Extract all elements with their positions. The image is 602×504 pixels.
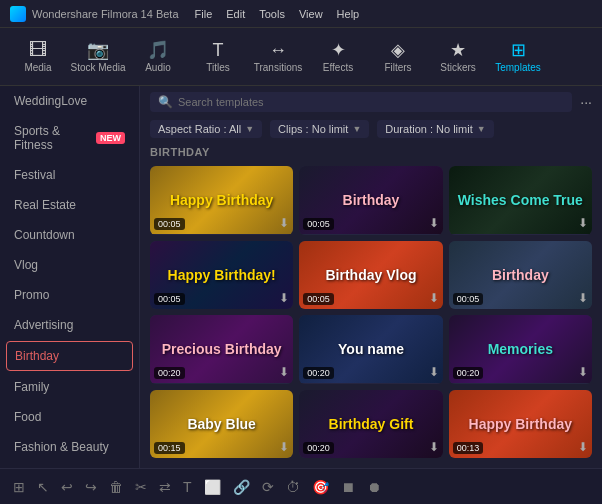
transitions-icon: ↔ (269, 41, 287, 59)
template-card-t12[interactable]: Happy Birthday 00:13 ⬇ Happy Birthday 02 (449, 390, 592, 459)
menu-tools[interactable]: Tools (259, 8, 285, 20)
download-icon-t3[interactable]: ⬇ (578, 216, 588, 230)
sidebar-item-wedding-love[interactable]: WeddingLove (0, 86, 139, 116)
toolbar-item-audio[interactable]: 🎵 Audio (130, 32, 186, 82)
menu-edit[interactable]: Edit (226, 8, 245, 20)
sidebar-label-promo: Promo (14, 288, 49, 302)
menu-file[interactable]: File (195, 8, 213, 20)
toolbar-item-stickers[interactable]: ★ Stickers (430, 32, 486, 82)
sidebar-item-sports-fitness[interactable]: Sports & FitnessNEW (0, 116, 139, 160)
redo-icon[interactable]: ↪ (82, 477, 100, 497)
timer-icon[interactable]: ⏱ (283, 477, 303, 497)
download-icon-t7[interactable]: ⬇ (279, 365, 289, 379)
template-card-t6[interactable]: Birthday 00:05 ⬇ Colorful Happy Birthd..… (449, 241, 592, 310)
record-icon[interactable]: ⏺ (364, 477, 384, 497)
undo-icon[interactable]: ↩ (58, 477, 76, 497)
sidebar-item-birthday[interactable]: Birthday (6, 341, 133, 371)
thumb-text-t11: Birthday Gift (325, 412, 418, 436)
card-thumb-t12: Happy Birthday 00:13 ⬇ (449, 390, 592, 458)
media-icon: 🎞 (29, 41, 47, 59)
section-label: BIRTHDAY (140, 142, 602, 162)
toolbar-item-stock-media[interactable]: 📷 Stock Media (70, 32, 126, 82)
stop-icon[interactable]: ⏹ (338, 477, 358, 497)
menu-view[interactable]: View (299, 8, 323, 20)
sidebar-label-wedding-love: WeddingLove (14, 94, 87, 108)
template-card-t11[interactable]: Birthday Gift 00:20 ⬇ Birthday Gift Ad 0… (299, 390, 442, 459)
sidebar-item-fashion-beauty[interactable]: Fashion & Beauty (0, 432, 139, 462)
cursor-icon[interactable]: ↖ (34, 477, 52, 497)
template-card-t2[interactable]: Birthday 00:05 ⬇ Birthday Message 01 (299, 166, 442, 235)
download-icon-t1[interactable]: ⬇ (279, 216, 289, 230)
sidebar-item-real-estate[interactable]: Real Estate (0, 190, 139, 220)
toolbar-item-effects[interactable]: ✦ Effects (310, 32, 366, 82)
template-card-t4[interactable]: Happy Birthday! 00:05 ⬇ Birthday Message… (150, 241, 293, 310)
card-duration-t9: 00:20 (453, 367, 484, 379)
sidebar-item-food[interactable]: Food (0, 402, 139, 432)
text-icon[interactable]: T (180, 477, 195, 497)
card-thumb-t6: Birthday 00:05 ⬇ (449, 241, 592, 309)
menu-help[interactable]: Help (337, 8, 360, 20)
sidebar-item-advertising[interactable]: Advertising (0, 310, 139, 340)
download-icon-t6[interactable]: ⬇ (578, 291, 588, 305)
template-card-t9[interactable]: Memories 00:20 ⬇ Birthday Memories (449, 315, 592, 384)
toolbar-item-templates[interactable]: ⊞ Templates (490, 32, 546, 82)
download-icon-t12[interactable]: ⬇ (578, 440, 588, 454)
clips-filter[interactable]: Clips : No limit ▼ (270, 120, 369, 138)
aspect-ratio-filter[interactable]: Aspect Ratio : All ▼ (150, 120, 262, 138)
menu-bar: FileEditToolsViewHelp (195, 8, 360, 20)
template-card-t7[interactable]: Precious Birthday 00:20 ⬇ Precious Birth… (150, 315, 293, 384)
sidebar-label-fashion-beauty: Fashion & Beauty (14, 440, 109, 454)
sidebar-label-family: Family (14, 380, 49, 394)
duration-filter[interactable]: Duration : No limit ▼ (377, 120, 493, 138)
download-icon-t4[interactable]: ⬇ (279, 291, 289, 305)
template-card-t3[interactable]: Wishes Come True ⬇ My Birthday Wishes (449, 166, 592, 235)
sidebar-item-vlog[interactable]: Vlog (0, 250, 139, 280)
toolbar-item-titles[interactable]: T Titles (190, 32, 246, 82)
thumb-text-t12: Happy Birthday (465, 412, 576, 436)
crop-icon[interactable]: ⬜ (201, 477, 224, 497)
download-icon-t11[interactable]: ⬇ (429, 440, 439, 454)
download-icon-t2[interactable]: ⬇ (429, 216, 439, 230)
toolbar-item-filters[interactable]: ◈ Filters (370, 32, 426, 82)
more-icon[interactable]: ··· (580, 94, 592, 110)
sidebar-item-family[interactable]: Family (0, 372, 139, 402)
cut-icon[interactable]: ✂ (132, 477, 150, 497)
download-icon-t10[interactable]: ⬇ (279, 440, 289, 454)
template-card-t1[interactable]: Happy Birthday 00:05 ⬇ Golden Birthday W… (150, 166, 293, 235)
aspect-ratio-label: Aspect Ratio : All (158, 123, 241, 135)
toolbar-item-media[interactable]: 🎞 Media (10, 32, 66, 82)
grid-icon[interactable]: ⊞ (10, 477, 28, 497)
download-icon-t8[interactable]: ⬇ (429, 365, 439, 379)
template-card-t5[interactable]: Birthday Vlog 00:05 ⬇ Children Birthday … (299, 241, 442, 310)
filters-icon: ◈ (391, 41, 405, 59)
thumb-text-t7: Precious Birthday (158, 337, 286, 361)
card-thumb-t8: You name 00:20 ⬇ (299, 315, 442, 383)
stock-media-label: Stock Media (70, 62, 125, 73)
link-icon[interactable]: 🔗 (230, 477, 253, 497)
thumb-text-t5: Birthday Vlog (321, 263, 420, 287)
toolbar-item-transitions[interactable]: ↔ Transitions (250, 32, 306, 82)
sidebar-label-countdown: Countdown (14, 228, 75, 242)
sidebar-label-real-estate: Real Estate (14, 198, 76, 212)
search-input-wrap[interactable]: 🔍 (150, 92, 572, 112)
card-title-t7: Precious Birthday (150, 383, 293, 384)
thumb-text-t2: Birthday (339, 188, 404, 212)
delete-icon[interactable]: 🗑 (106, 477, 126, 497)
template-card-t8[interactable]: You name 00:20 ⬇ Birthday Invitation Te.… (299, 315, 442, 384)
chevron-down-icon: ▼ (352, 124, 361, 134)
sidebar-item-festival[interactable]: Festival (0, 160, 139, 190)
target-icon[interactable]: 🎯 (309, 477, 332, 497)
sidebar-item-countdown[interactable]: Countdown (0, 220, 139, 250)
swap-icon[interactable]: ⇄ (156, 477, 174, 497)
sidebar-item-promo[interactable]: Promo (0, 280, 139, 310)
toolbar: 🎞 Media 📷 Stock Media 🎵 Audio T Titles ↔… (0, 28, 602, 86)
download-icon-t5[interactable]: ⬇ (429, 291, 439, 305)
rotate-icon[interactable]: ⟳ (259, 477, 277, 497)
card-duration-t8: 00:20 (303, 367, 334, 379)
download-icon-t9[interactable]: ⬇ (578, 365, 588, 379)
card-title-t9: Birthday Memories (449, 383, 592, 384)
search-input[interactable] (178, 96, 564, 108)
app-logo: Wondershare Filmora 14 Beta (10, 6, 179, 22)
card-duration-t10: 00:15 (154, 442, 185, 454)
template-card-t10[interactable]: Baby Blue 00:15 ⬇ Baby Blue Birthday Vlo… (150, 390, 293, 459)
